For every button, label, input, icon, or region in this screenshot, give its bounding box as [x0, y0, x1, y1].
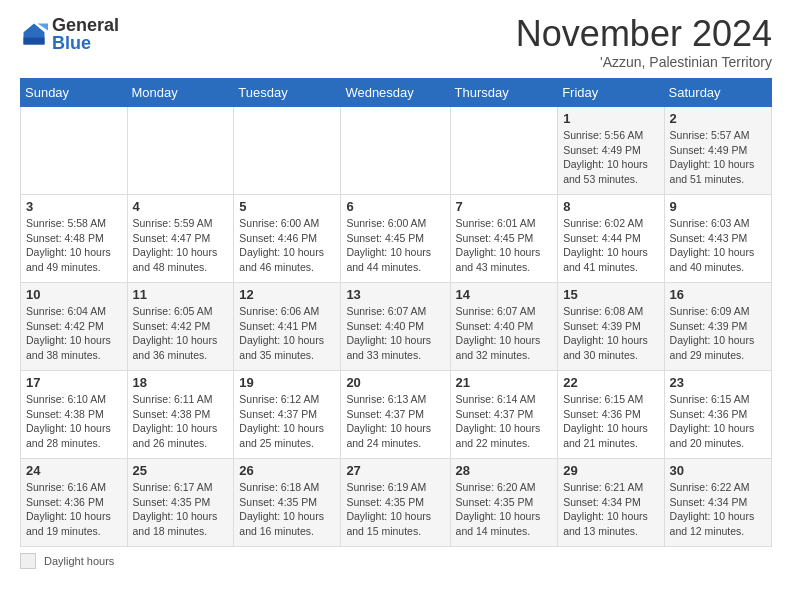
logo: General Blue [20, 16, 119, 52]
calendar: SundayMondayTuesdayWednesdayThursdayFrid… [20, 78, 772, 547]
calendar-header-row: SundayMondayTuesdayWednesdayThursdayFrid… [21, 79, 772, 107]
calendar-cell: 13Sunrise: 6:07 AMSunset: 4:40 PMDayligh… [341, 283, 450, 371]
calendar-cell: 6Sunrise: 6:00 AMSunset: 4:45 PMDaylight… [341, 195, 450, 283]
calendar-cell: 12Sunrise: 6:06 AMSunset: 4:41 PMDayligh… [234, 283, 341, 371]
day-number: 24 [26, 463, 122, 478]
day-info: Sunrise: 6:01 AMSunset: 4:45 PMDaylight:… [456, 216, 553, 275]
day-info: Sunrise: 6:19 AMSunset: 4:35 PMDaylight:… [346, 480, 444, 539]
calendar-cell: 29Sunrise: 6:21 AMSunset: 4:34 PMDayligh… [558, 459, 664, 547]
footer: Daylight hours [20, 553, 772, 569]
day-number: 18 [133, 375, 229, 390]
calendar-cell: 21Sunrise: 6:14 AMSunset: 4:37 PMDayligh… [450, 371, 558, 459]
day-info: Sunrise: 6:07 AMSunset: 4:40 PMDaylight:… [456, 304, 553, 363]
day-info: Sunrise: 6:07 AMSunset: 4:40 PMDaylight:… [346, 304, 444, 363]
day-number: 25 [133, 463, 229, 478]
calendar-cell: 25Sunrise: 6:17 AMSunset: 4:35 PMDayligh… [127, 459, 234, 547]
day-number: 8 [563, 199, 658, 214]
calendar-week-4: 17Sunrise: 6:10 AMSunset: 4:38 PMDayligh… [21, 371, 772, 459]
col-header-friday: Friday [558, 79, 664, 107]
calendar-week-1: 1Sunrise: 5:56 AMSunset: 4:49 PMDaylight… [21, 107, 772, 195]
day-info: Sunrise: 6:08 AMSunset: 4:39 PMDaylight:… [563, 304, 658, 363]
calendar-cell: 11Sunrise: 6:05 AMSunset: 4:42 PMDayligh… [127, 283, 234, 371]
day-number: 10 [26, 287, 122, 302]
day-info: Sunrise: 6:18 AMSunset: 4:35 PMDaylight:… [239, 480, 335, 539]
day-info: Sunrise: 6:21 AMSunset: 4:34 PMDaylight:… [563, 480, 658, 539]
calendar-cell: 20Sunrise: 6:13 AMSunset: 4:37 PMDayligh… [341, 371, 450, 459]
day-info: Sunrise: 5:58 AMSunset: 4:48 PMDaylight:… [26, 216, 122, 275]
day-number: 19 [239, 375, 335, 390]
legend-box [20, 553, 36, 569]
calendar-cell [21, 107, 128, 195]
calendar-cell: 24Sunrise: 6:16 AMSunset: 4:36 PMDayligh… [21, 459, 128, 547]
day-number: 30 [670, 463, 766, 478]
header: General Blue November 2024 'Azzun, Pales… [20, 16, 772, 70]
calendar-cell: 22Sunrise: 6:15 AMSunset: 4:36 PMDayligh… [558, 371, 664, 459]
col-header-thursday: Thursday [450, 79, 558, 107]
day-number: 5 [239, 199, 335, 214]
calendar-cell: 19Sunrise: 6:12 AMSunset: 4:37 PMDayligh… [234, 371, 341, 459]
day-number: 15 [563, 287, 658, 302]
day-number: 12 [239, 287, 335, 302]
day-info: Sunrise: 6:11 AMSunset: 4:38 PMDaylight:… [133, 392, 229, 451]
calendar-week-5: 24Sunrise: 6:16 AMSunset: 4:36 PMDayligh… [21, 459, 772, 547]
day-info: Sunrise: 6:13 AMSunset: 4:37 PMDaylight:… [346, 392, 444, 451]
day-info: Sunrise: 6:00 AMSunset: 4:46 PMDaylight:… [239, 216, 335, 275]
day-info: Sunrise: 6:03 AMSunset: 4:43 PMDaylight:… [670, 216, 766, 275]
legend-text: Daylight hours [44, 555, 114, 567]
calendar-cell: 15Sunrise: 6:08 AMSunset: 4:39 PMDayligh… [558, 283, 664, 371]
day-info: Sunrise: 6:14 AMSunset: 4:37 PMDaylight:… [456, 392, 553, 451]
day-number: 16 [670, 287, 766, 302]
calendar-cell: 17Sunrise: 6:10 AMSunset: 4:38 PMDayligh… [21, 371, 128, 459]
day-number: 3 [26, 199, 122, 214]
logo-blue: Blue [52, 34, 119, 52]
calendar-cell: 3Sunrise: 5:58 AMSunset: 4:48 PMDaylight… [21, 195, 128, 283]
day-number: 26 [239, 463, 335, 478]
day-info: Sunrise: 5:59 AMSunset: 4:47 PMDaylight:… [133, 216, 229, 275]
day-number: 13 [346, 287, 444, 302]
col-header-wednesday: Wednesday [341, 79, 450, 107]
calendar-cell [127, 107, 234, 195]
calendar-cell: 14Sunrise: 6:07 AMSunset: 4:40 PMDayligh… [450, 283, 558, 371]
day-info: Sunrise: 6:17 AMSunset: 4:35 PMDaylight:… [133, 480, 229, 539]
svg-rect-2 [24, 38, 45, 45]
calendar-cell: 4Sunrise: 5:59 AMSunset: 4:47 PMDaylight… [127, 195, 234, 283]
day-info: Sunrise: 6:22 AMSunset: 4:34 PMDaylight:… [670, 480, 766, 539]
calendar-week-3: 10Sunrise: 6:04 AMSunset: 4:42 PMDayligh… [21, 283, 772, 371]
calendar-header: SundayMondayTuesdayWednesdayThursdayFrid… [21, 79, 772, 107]
day-info: Sunrise: 6:09 AMSunset: 4:39 PMDaylight:… [670, 304, 766, 363]
day-info: Sunrise: 6:10 AMSunset: 4:38 PMDaylight:… [26, 392, 122, 451]
calendar-body: 1Sunrise: 5:56 AMSunset: 4:49 PMDaylight… [21, 107, 772, 547]
calendar-cell: 7Sunrise: 6:01 AMSunset: 4:45 PMDaylight… [450, 195, 558, 283]
day-info: Sunrise: 6:06 AMSunset: 4:41 PMDaylight:… [239, 304, 335, 363]
day-number: 4 [133, 199, 229, 214]
day-info: Sunrise: 5:57 AMSunset: 4:49 PMDaylight:… [670, 128, 766, 187]
calendar-cell: 1Sunrise: 5:56 AMSunset: 4:49 PMDaylight… [558, 107, 664, 195]
calendar-cell: 28Sunrise: 6:20 AMSunset: 4:35 PMDayligh… [450, 459, 558, 547]
calendar-cell: 10Sunrise: 6:04 AMSunset: 4:42 PMDayligh… [21, 283, 128, 371]
day-number: 11 [133, 287, 229, 302]
day-info: Sunrise: 5:56 AMSunset: 4:49 PMDaylight:… [563, 128, 658, 187]
day-number: 21 [456, 375, 553, 390]
day-number: 29 [563, 463, 658, 478]
day-info: Sunrise: 6:16 AMSunset: 4:36 PMDaylight:… [26, 480, 122, 539]
calendar-cell: 8Sunrise: 6:02 AMSunset: 4:44 PMDaylight… [558, 195, 664, 283]
day-number: 2 [670, 111, 766, 126]
day-number: 28 [456, 463, 553, 478]
header-right: November 2024 'Azzun, Palestinian Territ… [516, 16, 772, 70]
calendar-cell: 2Sunrise: 5:57 AMSunset: 4:49 PMDaylight… [664, 107, 771, 195]
calendar-cell [341, 107, 450, 195]
day-number: 1 [563, 111, 658, 126]
day-number: 20 [346, 375, 444, 390]
calendar-cell [450, 107, 558, 195]
calendar-cell: 27Sunrise: 6:19 AMSunset: 4:35 PMDayligh… [341, 459, 450, 547]
calendar-week-2: 3Sunrise: 5:58 AMSunset: 4:48 PMDaylight… [21, 195, 772, 283]
month-title: November 2024 [516, 16, 772, 52]
day-info: Sunrise: 6:15 AMSunset: 4:36 PMDaylight:… [563, 392, 658, 451]
day-info: Sunrise: 6:12 AMSunset: 4:37 PMDaylight:… [239, 392, 335, 451]
day-info: Sunrise: 6:05 AMSunset: 4:42 PMDaylight:… [133, 304, 229, 363]
logo-general: General [52, 16, 119, 34]
calendar-cell: 30Sunrise: 6:22 AMSunset: 4:34 PMDayligh… [664, 459, 771, 547]
col-header-monday: Monday [127, 79, 234, 107]
day-info: Sunrise: 6:04 AMSunset: 4:42 PMDaylight:… [26, 304, 122, 363]
col-header-sunday: Sunday [21, 79, 128, 107]
